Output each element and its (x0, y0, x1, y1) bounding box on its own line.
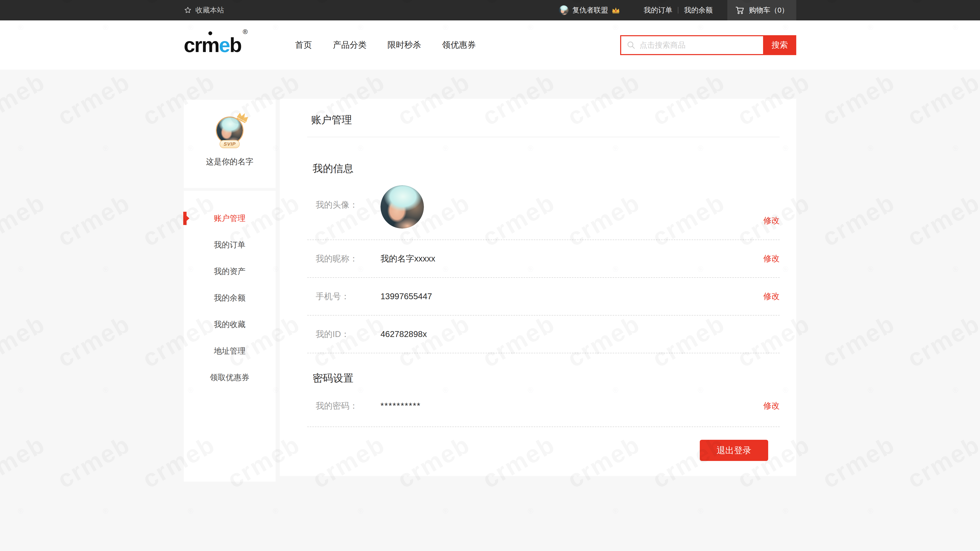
search-button[interactable]: 搜索 (763, 35, 796, 55)
info-section-title: 我的信息 (313, 162, 780, 176)
nickname-label: 我的昵称： (316, 253, 380, 265)
sidebar-item-label: 我的余额 (214, 292, 245, 303)
sidebar-item-favorites[interactable]: 我的收藏 (184, 311, 275, 338)
search-input[interactable] (640, 41, 759, 49)
cart-icon (735, 6, 745, 15)
password-label: 我的密码： (316, 400, 380, 412)
topbar-user[interactable]: 复仇者联盟 (559, 5, 620, 15)
topbar: 收藏本站 复仇者联盟 我的订单 我的余额 购物 (0, 0, 980, 21)
svip-badge: SVIP (220, 140, 240, 148)
logo[interactable]: crmeb® (184, 35, 246, 56)
topbar-my-balance[interactable]: 我的余额 (684, 5, 713, 15)
logo-letter: r (194, 35, 202, 56)
user-avatar-image (380, 185, 424, 229)
cart-button[interactable]: 购物车（0） (727, 0, 796, 21)
logout-button[interactable]: 退出登录 (700, 440, 768, 461)
nav-flash-sale[interactable]: 限时秒杀 (387, 39, 421, 51)
avatar-row-label: 我的头像： (316, 199, 380, 211)
main-header: crmeb® 首页 产品分类 限时秒杀 领优惠券 搜索 (0, 21, 980, 70)
favorite-site-link[interactable]: 收藏本站 (184, 5, 224, 15)
page-body: SVIP 这是你的名字 账户管理 我的订单 我的资产 我的余额 (0, 70, 980, 551)
edit-password-link[interactable]: 修改 (763, 400, 780, 411)
topbar-user-avatar (559, 5, 569, 15)
search-icon (627, 41, 635, 49)
sidebar-item-orders[interactable]: 我的订单 (184, 232, 275, 258)
profile-username: 这是你的名字 (206, 156, 253, 167)
page-title: 账户管理 (311, 113, 780, 127)
sidebar-item-label: 领取优惠券 (210, 372, 250, 383)
profile-avatar: SVIP (216, 117, 243, 144)
sidebar-item-assets[interactable]: 我的资产 (184, 258, 275, 285)
search-bar: 搜索 (620, 35, 796, 55)
logo-registered-mark: ® (243, 28, 248, 35)
password-section-title: 密码设置 (313, 371, 780, 385)
sidebar: SVIP 这是你的名字 账户管理 我的订单 我的资产 我的余额 (184, 99, 275, 482)
topbar-divider (678, 7, 678, 14)
user-id-row: 我的ID： 462782898x (307, 316, 780, 353)
title-divider (307, 137, 780, 137)
star-icon (184, 6, 192, 14)
password-row: 我的密码： ********** 修改 (307, 385, 780, 427)
sidebar-item-balance[interactable]: 我的余额 (184, 285, 275, 311)
avatar-row: 我的头像： 修改 (307, 176, 780, 240)
account-management-panel: 账户管理 我的信息 我的头像： 修改 我的昵称： 我的名字xxxxx 修改 手机… (280, 99, 796, 476)
sidebar-item-label: 我的订单 (214, 240, 245, 250)
sidebar-item-account[interactable]: 账户管理 (184, 205, 275, 232)
password-value: ********** (380, 401, 421, 411)
user-id-value: 462782898x (380, 329, 427, 339)
nav-categories[interactable]: 产品分类 (333, 39, 366, 51)
sidebar-item-label: 账户管理 (214, 213, 245, 224)
sidebar-menu: 账户管理 我的订单 我的资产 我的余额 我的收藏 地址管理 领取 (184, 191, 275, 482)
profile-card: SVIP 这是你的名字 (184, 100, 275, 188)
phone-row: 手机号： 13997655447 修改 (307, 278, 780, 316)
sidebar-item-coupons[interactable]: 领取优惠券 (184, 364, 275, 391)
topbar-username: 复仇者联盟 (572, 5, 608, 15)
active-indicator (183, 212, 186, 225)
logo-letter: e (219, 35, 230, 56)
sidebar-item-label: 地址管理 (214, 346, 245, 356)
phone-label: 手机号： (316, 291, 380, 302)
edit-phone-link[interactable]: 修改 (763, 291, 780, 302)
topbar-my-orders[interactable]: 我的订单 (644, 5, 672, 15)
edit-nickname-link[interactable]: 修改 (763, 253, 780, 264)
nav-home[interactable]: 首页 (295, 39, 312, 51)
sidebar-item-addresses[interactable]: 地址管理 (184, 338, 275, 364)
sidebar-item-label: 我的收藏 (214, 319, 245, 330)
nav-coupons[interactable]: 领优惠券 (442, 39, 476, 51)
favorite-site-label: 收藏本站 (196, 5, 224, 15)
nickname-row: 我的昵称： 我的名字xxxxx 修改 (307, 240, 780, 278)
edit-avatar-link[interactable]: 修改 (763, 215, 780, 226)
logo-letter: c (184, 35, 194, 56)
nickname-value: 我的名字xxxxx (380, 253, 435, 265)
cart-label: 购物车（0） (749, 5, 789, 15)
main-nav: 首页 产品分类 限时秒杀 领优惠券 (295, 39, 476, 51)
phone-value: 13997655447 (380, 292, 432, 301)
user-id-label: 我的ID： (316, 329, 380, 340)
crown-icon (611, 6, 620, 14)
sidebar-item-label: 我的资产 (214, 266, 245, 277)
logo-letter: m (202, 35, 219, 56)
logo-letter: b (229, 35, 241, 56)
